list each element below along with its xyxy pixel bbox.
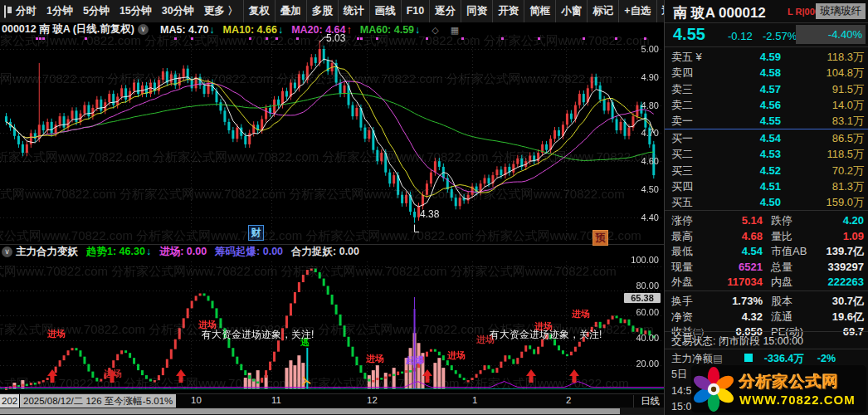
bottom-status-bar: 202 2025/08/12/二 126 至今涨幅-5.01% 日线 10111… [0,393,664,408]
panel-divider [665,210,868,211]
bid-row-3[interactable]: 买三4.5270.2万 [665,163,868,178]
menu-item-period-1[interactable]: 1分钟 [41,0,78,22]
event-marker-finance[interactable]: 财 [248,225,264,241]
header-icon-1[interactable]: ▦ [451,25,459,35]
price-change-pct: -2.57% [763,30,797,42]
panel-divider [665,46,868,47]
stat-label: 外盘 [671,274,693,290]
indicator-values: 趋势1: 46.30↓进场: 0.00筹码起爆: 0.00合力捉妖: 0.00 [78,245,359,259]
period-label[interactable]: 日线 [633,395,660,408]
time-fragment-2: 15:0 [671,401,691,413]
menu-item-tool-11[interactable]: 标记 [587,0,618,22]
menu-item-period-0[interactable]: 分时 [11,0,41,22]
menu-item-tool-7[interactable]: 同资 [461,0,492,22]
ma-label-3: MA60: 4.59 [360,24,414,36]
ask-row-3[interactable]: 卖三4.5791.5万 [665,81,868,97]
bid-price: 4.50 [665,194,781,210]
panel-divider [665,22,868,23]
menu-item-tool-5[interactable]: F10 [401,0,430,22]
menu-item-tool-1[interactable]: 叠加 [275,0,306,22]
bid-volume: 159.0万 [826,194,864,210]
peak-price-label: 5.03 [326,32,345,44]
bid-price: 4.54 [665,130,781,146]
ask-row-5[interactable]: 卖五 ¥4.59118.3万 [665,49,868,65]
main-net-flow-value: -336.4万 [764,353,804,364]
main-axis-label-4.60: 4.60 [619,156,659,166]
stock-app-window: 分时1分钟5分钟15分钟30分钟更多 〉复权叠加多股统计画线F10逐分同资开资简… [0,0,868,415]
bid-price: 4.51 [665,178,781,194]
indicator-value-1: 进场: 0.00 [159,246,207,257]
menu-item-tool-9[interactable]: 简框 [524,0,555,22]
sub-signal-label-1: 进场 [104,368,122,380]
stock-name-code: 南 玻A 000012 [673,3,766,22]
bid-row-1[interactable]: 买一4.5486.5万 [665,130,868,146]
sub-axis-label-40.00: 40.00 [619,333,659,343]
bid-volume: 118.5万 [827,146,864,162]
sub-annotation-1: 有大资金进场迹象，关注! [490,328,602,342]
main-chart-canvas[interactable] [0,22,664,243]
date-info-box: 2025/08/12/二 126 至今涨幅-5.01% [20,394,176,408]
sub-chart-canvas[interactable] [0,258,664,393]
stat-label: 市值AB [771,243,807,259]
time-fragment-1: 14:5 [671,385,691,397]
bid-row-4[interactable]: 买四4.5181.3万 [665,178,868,194]
stat-row-4: 外盘117034内盘222263 [665,274,868,290]
menu-item-period-3[interactable]: 15分钟 [115,0,157,22]
chevron-down-icon[interactable]: ∨ [138,24,149,35]
month-label-2: 2 [566,395,571,405]
stat-label: 股本 [771,293,792,309]
sub-signal-label-8: 起爆 [406,354,424,367]
stat-value: 30.7亿 [832,293,864,309]
menu-item-tool-2[interactable]: 多股 [306,0,338,22]
five-day-flow-fragment: 5日 [671,368,687,382]
ma-trend-arrow: ↓ [278,24,283,36]
menu-item-tool-12[interactable]: +自选 [618,0,656,22]
layout-panel-icon[interactable] [4,5,6,18]
ask-row-1[interactable]: 卖一4.5583.1万 [665,113,868,129]
main-axis-label-4.70: 4.70 [619,128,659,138]
menu-item-tool-0[interactable]: 复权 [243,0,275,22]
indicator-trend-arrow: ↓ [146,246,151,257]
date-stub-box: 202 [0,394,19,408]
bid-row-5[interactable]: 买五4.50159.0万 [665,194,868,210]
stat-label: 最低 [671,243,693,259]
industry-badge[interactable]: 玻璃玻纤 [816,3,866,19]
last-price: 4.55 [673,25,705,44]
month-label-12: 12 [367,395,378,405]
stat-value: 5.14 [714,212,763,228]
stat-label: 内盘 [771,274,792,290]
menu-item-period-5[interactable]: 更多 〉 [199,0,243,22]
event-marker-forecast[interactable]: 预 [592,230,608,246]
stat-value: 1.09 [843,228,864,244]
header-icon-0[interactable]: ◇ [432,25,438,35]
chevron-down-icon[interactable]: ∨ [2,247,12,257]
stat-label: 换手 [671,293,693,309]
watermark-brand-text: 分析家公式网 [739,371,856,393]
main-net-flow-pct: -2% [817,353,836,364]
menu-item-tool-4[interactable]: 画线 [369,0,401,22]
bid-row-2[interactable]: 买二4.53118.5万 [665,146,868,162]
stat-value: 4.20 [843,212,864,228]
horizontal-scrollbar[interactable] [0,408,664,415]
month-label-11: 11 [271,395,281,405]
ask-row-4[interactable]: 卖四4.58104.8万 [665,65,868,81]
menu-item-tool-8[interactable]: 开资 [492,0,524,22]
header-corner-icons: ◇▦ [420,24,459,36]
ask-row-2[interactable]: 卖二4.5614.0万 [665,97,868,113]
menu-item-period-2[interactable]: 5分钟 [78,0,115,22]
list-icon[interactable]: ▤ [713,353,723,364]
menu-item-tool-3[interactable]: 统计 [338,0,369,22]
menu-item-period-4[interactable]: 30分钟 [157,0,199,22]
bid-price: 4.52 [665,163,781,178]
stat-value: 4.32 [714,309,763,325]
chart-title: 000012 南 玻A (日线.前复权) [2,22,134,37]
menu-item-tool-10[interactable]: 小窗 [555,0,587,22]
sub-signal-label-4: 进场 [447,349,466,362]
stat-value: 4.54 [714,243,763,259]
ma-label-0: MA5: 4.70 [160,24,208,36]
scrollbar-thumb[interactable] [0,408,620,414]
sub-annotation-0: 有大资金进场迹象，关注! [202,328,314,342]
amplitude-box: -4.40% [796,25,866,44]
bid-volume: 86.5万 [832,130,864,146]
menu-item-tool-6[interactable]: 逐分 [429,0,461,22]
